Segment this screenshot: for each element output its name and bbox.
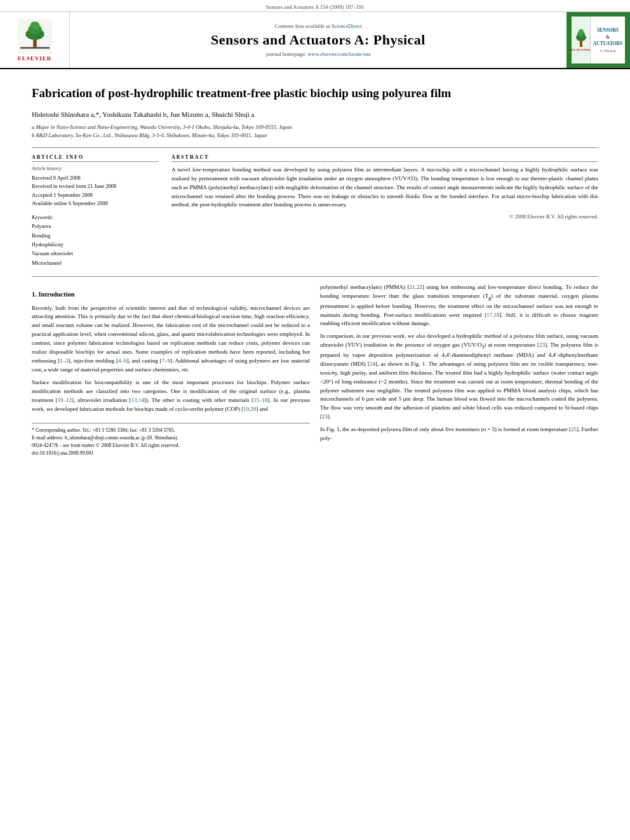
abstract-text: A novel low-temperature bonding method w… — [171, 166, 598, 210]
sa-tree-icon — [574, 29, 588, 48]
article-info-col: ARTICLE INFO Article history: Received 8… — [32, 154, 159, 268]
authors-line: Hidetoshi Shinohara a,*, Yoshikazu Takah… — [32, 109, 598, 120]
copyright-line: © 2008 Elsevier B.V. All rights reserved… — [171, 213, 598, 220]
ref-23b[interactable]: 23 — [322, 413, 328, 420]
section1-col2-para1: poly(methyl methacrylate) (PMMA) [21,22]… — [320, 283, 598, 328]
elsevier-tree-icon — [16, 19, 54, 54]
received-revised-date: Received in revised form 21 June 2008 — [32, 182, 159, 191]
body-col-left: 1. Introduction Recently, both from the … — [32, 283, 310, 457]
section1-para2: Surface modification for biocompatibilit… — [32, 378, 310, 414]
ref-23[interactable]: 23 — [539, 342, 545, 348]
available-online-date: Available online 6 September 2008 — [32, 199, 159, 208]
elsevier-logo-area: ELSEVIER — [0, 12, 70, 68]
paper-content: Fabrication of post-hydrophilic treatmen… — [0, 69, 630, 469]
affiliation-b: b R&D Laboratory, So-Ken Co., Ltd., Shib… — [32, 131, 598, 140]
article-info-abstract-row: ARTICLE INFO Article history: Received 8… — [32, 154, 598, 268]
received-date: Received 8 April 2008 — [32, 174, 159, 183]
sa-title-text: SENSORS&ACTUATORS — [593, 27, 622, 48]
ref-24[interactable]: 24 — [370, 361, 375, 367]
footnote-star: * Corresponding author. Tel.: +81 3 5286… — [32, 427, 310, 434]
accepted-date: Accepted 1 September 2008 — [32, 191, 159, 200]
keyword-hydrophilicity: Hydrophilicity — [32, 240, 159, 249]
sensors-actuators-logo-box: ELSEVIER SENSORS&ACTUATORS A: Physical — [566, 12, 630, 68]
keywords-label: Keywords: — [32, 215, 159, 220]
main-body: 1. Introduction Recently, both from the … — [32, 283, 598, 457]
ref-7-9[interactable]: 7–9 — [162, 357, 171, 364]
ref-4-6[interactable]: 4–6 — [118, 357, 127, 364]
section1-heading: 1. Introduction — [32, 290, 310, 300]
ref-25[interactable]: 25 — [571, 426, 577, 432]
footnote-issn: 0924-4247/$ – see front matter © 2008 El… — [32, 442, 310, 450]
footnote-doi: doi:10.1016/j.sna.2008.09.001 — [32, 450, 310, 457]
article-info-label: ARTICLE INFO — [32, 154, 159, 162]
body-col-right: poly(methyl methacrylate) (PMMA) [21,22]… — [320, 283, 598, 457]
sa-logo-left: ELSEVIER — [572, 17, 591, 63]
header-top-line: Sensors and Actuators A 154 (2009) 187–1… — [0, 0, 630, 12]
keyword-microchannel: Microchannel — [32, 258, 159, 267]
journal-citation: Sensors and Actuators A 154 (2009) 187–1… — [266, 4, 364, 10]
ref-17-18[interactable]: 17,18 — [486, 312, 499, 318]
journal-homepage: journal homepage: www.elsevier.com/locat… — [266, 51, 371, 57]
keyword-polyurea: Polyurea — [32, 222, 159, 230]
ref-10-12[interactable]: 10–12 — [58, 397, 72, 403]
divider-2 — [32, 276, 598, 277]
sa-elsevier-mini: ELSEVIER — [572, 48, 590, 51]
sa-logo-right: SENSORS&ACTUATORS A: Physical — [591, 17, 625, 63]
elsevier-label: ELSEVIER — [18, 55, 52, 62]
divider-1 — [32, 147, 598, 148]
journal-url[interactable]: www.elsevier.com/locate/sna — [307, 51, 370, 57]
sa-subtitle: A: Physical — [600, 49, 616, 53]
section1-col2-para3: In Fig. 1, the as-deposited polyurea fil… — [320, 425, 598, 443]
affiliations: a Major in Nano-Science and Nano-Enginee… — [32, 123, 598, 140]
abstract-label: ABSTRACT — [171, 154, 598, 162]
history-label: Article history: — [32, 166, 159, 171]
keyword-bonding: Bonding — [32, 231, 159, 240]
svg-point-5 — [30, 21, 39, 29]
ref-13-14[interactable]: 13,14 — [131, 397, 144, 403]
ref-21-22[interactable]: 21,22 — [410, 284, 422, 290]
section1-col2-para2: In comparison, in our previous work, we … — [320, 332, 598, 422]
sensors-actuators-logo-inner: ELSEVIER SENSORS&ACTUATORS A: Physical — [572, 17, 625, 63]
ref-19-20[interactable]: 19,20 — [243, 406, 256, 412]
svg-rect-1 — [20, 47, 50, 49]
journal-title-area: Contents lists available at ScienceDirec… — [70, 12, 566, 68]
journal-masthead: ELSEVIER Contents lists available at Sci… — [0, 12, 630, 69]
svg-point-11 — [579, 29, 584, 34]
sciencedirect-link[interactable]: ScienceDirect — [332, 23, 362, 29]
footnote-area: * Corresponding author. Tel.: +81 3 5286… — [32, 423, 310, 457]
contents-available-text: Contents lists available at ScienceDirec… — [275, 23, 362, 29]
section1-para1: Recently, both from the perspective of s… — [32, 304, 310, 375]
ref-1-3[interactable]: 1–3 — [60, 357, 69, 364]
keyword-vacuum: Vacuum ultraviolet — [32, 249, 159, 258]
footnote-email: E-mail address: h_shinohara@shoji.comm.w… — [32, 434, 310, 442]
paper-title: Fabrication of post-hydrophilic treatmen… — [32, 86, 598, 102]
abstract-col: ABSTRACT A novel low-temperature bonding… — [171, 154, 598, 268]
journal-main-title: Sensors and Actuators A: Physical — [211, 32, 426, 48]
affiliation-a: a Major in Nano-Science and Nano-Enginee… — [32, 123, 598, 131]
svg-point-6 — [33, 43, 37, 46]
ref-15-18[interactable]: 15–18 — [253, 397, 268, 403]
